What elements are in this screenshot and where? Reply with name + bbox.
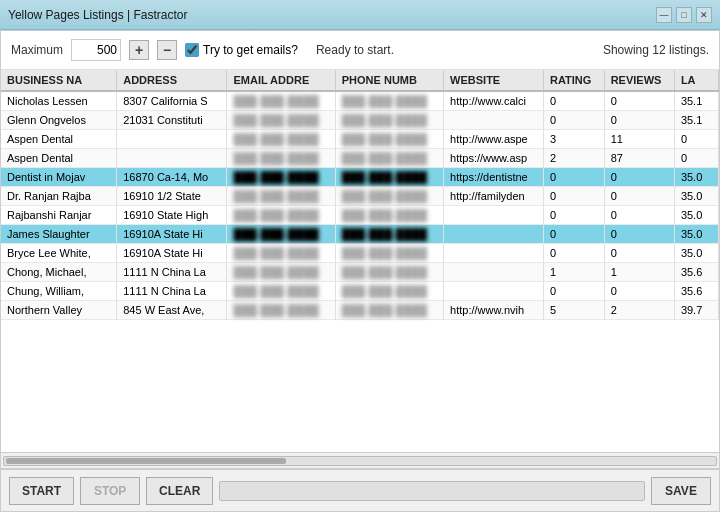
- table-row[interactable]: Aspen Dental███-███-███████-███-████http…: [1, 149, 719, 168]
- table-cell: ███-███-████: [335, 225, 443, 244]
- col-header-reviews: REVIEWS: [604, 70, 674, 91]
- scrollbar-thumb: [6, 458, 286, 464]
- table-cell: ███-███-████: [227, 130, 335, 149]
- start-button[interactable]: START: [9, 477, 74, 505]
- table-cell: 0: [604, 187, 674, 206]
- table-row[interactable]: Chong, Michael,1111 N China La███-███-██…: [1, 263, 719, 282]
- table-cell: ███-███-████: [335, 168, 443, 187]
- table-header-row: BUSINESS NA ADDRESS EMAIL ADDRE PHONE NU…: [1, 70, 719, 91]
- table-cell: 39.7: [674, 301, 718, 320]
- table-row[interactable]: Dr. Ranjan Rajba16910 1/2 State███-███-█…: [1, 187, 719, 206]
- table-cell: Aspen Dental: [1, 130, 117, 149]
- table-cell: 1: [544, 263, 605, 282]
- email-checkbox[interactable]: [185, 43, 199, 57]
- table-cell: 0: [544, 168, 605, 187]
- col-header-address: ADDRESS: [117, 70, 227, 91]
- table-cell: 2: [604, 301, 674, 320]
- table-cell: 2: [544, 149, 605, 168]
- email-checkbox-area: Try to get emails?: [185, 43, 298, 57]
- table-cell: ███-███-████: [227, 263, 335, 282]
- table-cell: Northern Valley: [1, 301, 117, 320]
- table-cell: 0: [604, 225, 674, 244]
- table-cell: 35.6: [674, 263, 718, 282]
- table-cell: 845 W East Ave,: [117, 301, 227, 320]
- table-cell: 35.1: [674, 111, 718, 130]
- clear-button[interactable]: CLEAR: [146, 477, 213, 505]
- table-cell: 0: [604, 111, 674, 130]
- showing-text: Showing 12 listings.: [603, 43, 709, 57]
- table-cell: http://www.nvih: [444, 301, 544, 320]
- table-cell: 0: [604, 206, 674, 225]
- table-cell: Bryce Lee White,: [1, 244, 117, 263]
- table-cell: 1111 N China La: [117, 263, 227, 282]
- table-cell: ███-███-████: [227, 301, 335, 320]
- table-row[interactable]: Bryce Lee White,16910A State Hi███-███-█…: [1, 244, 719, 263]
- toolbar: Maximum + − Try to get emails? Ready to …: [1, 31, 719, 70]
- status-text: Ready to start.: [316, 43, 394, 57]
- table-cell: https://dentistne: [444, 168, 544, 187]
- table-cell: 0: [544, 282, 605, 301]
- table-cell: ███-███-████: [227, 244, 335, 263]
- table-cell: 0: [604, 91, 674, 111]
- save-button[interactable]: SAVE: [651, 477, 711, 505]
- table-cell: ███-███-████: [227, 168, 335, 187]
- table-row[interactable]: Aspen Dental███-███-███████-███-████http…: [1, 130, 719, 149]
- table-cell: 0: [544, 225, 605, 244]
- table-cell: http://familyden: [444, 187, 544, 206]
- table-row[interactable]: Dentist in Mojav16870 Ca-14, Mo███-███-█…: [1, 168, 719, 187]
- table-cell: 0: [544, 206, 605, 225]
- table-cell: http://www.aspe: [444, 130, 544, 149]
- table-row[interactable]: James Slaughter16910A State Hi███-███-██…: [1, 225, 719, 244]
- window-title: Yellow Pages Listings | Fastractor: [8, 8, 187, 22]
- close-button[interactable]: ✕: [696, 7, 712, 23]
- table-cell: 0: [604, 244, 674, 263]
- col-header-business: BUSINESS NA: [1, 70, 117, 91]
- table-cell: Chong, Michael,: [1, 263, 117, 282]
- plus-button[interactable]: +: [129, 40, 149, 60]
- stop-button[interactable]: STOP: [80, 477, 140, 505]
- table-cell: ███-███-████: [335, 206, 443, 225]
- max-input[interactable]: [71, 39, 121, 61]
- table-cell: James Slaughter: [1, 225, 117, 244]
- table-cell: Dentist in Mojav: [1, 168, 117, 187]
- table-row[interactable]: Rajbanshi Ranjar16910 State High███-███-…: [1, 206, 719, 225]
- minus-button[interactable]: −: [157, 40, 177, 60]
- col-header-la: LA: [674, 70, 718, 91]
- table-cell: 1: [604, 263, 674, 282]
- minimize-button[interactable]: —: [656, 7, 672, 23]
- table-cell: 16870 Ca-14, Mo: [117, 168, 227, 187]
- table-row[interactable]: Glenn Ongvelos21031 Constituti███-███-██…: [1, 111, 719, 130]
- table-cell: ███-███-████: [335, 91, 443, 111]
- table-cell: Glenn Ongvelos: [1, 111, 117, 130]
- table-cell: 0: [544, 111, 605, 130]
- table-cell: ███-███-████: [227, 206, 335, 225]
- table-row[interactable]: Nicholas Lessen8307 California S███-███-…: [1, 91, 719, 111]
- maximize-button[interactable]: □: [676, 7, 692, 23]
- table-cell: [444, 111, 544, 130]
- table-cell: 11: [604, 130, 674, 149]
- table-cell: [444, 206, 544, 225]
- table-cell: 16910A State Hi: [117, 244, 227, 263]
- table-cell: 0: [544, 187, 605, 206]
- table-row[interactable]: Chung, William,1111 N China La███-███-██…: [1, 282, 719, 301]
- progress-bar-container: [219, 481, 645, 501]
- table-cell: Nicholas Lessen: [1, 91, 117, 111]
- table-cell: [444, 225, 544, 244]
- horizontal-scrollbar[interactable]: [3, 456, 717, 466]
- col-header-phone: PHONE NUMB: [335, 70, 443, 91]
- table-cell: 8307 California S: [117, 91, 227, 111]
- table-cell: http://www.calci: [444, 91, 544, 111]
- table-row[interactable]: Northern Valley845 W East Ave,███-███-██…: [1, 301, 719, 320]
- col-header-website: WEBSITE: [444, 70, 544, 91]
- table-cell: 16910 State High: [117, 206, 227, 225]
- table-cell: 35.0: [674, 206, 718, 225]
- bottom-bar: START STOP CLEAR SAVE: [1, 469, 719, 511]
- table-cell: 1111 N China La: [117, 282, 227, 301]
- table-cell: ███-███-████: [227, 111, 335, 130]
- table-container: BUSINESS NA ADDRESS EMAIL ADDRE PHONE NU…: [1, 70, 719, 453]
- table-cell: https://www.asp: [444, 149, 544, 168]
- table-cell: 0: [604, 168, 674, 187]
- listings-table: BUSINESS NA ADDRESS EMAIL ADDRE PHONE NU…: [1, 70, 719, 320]
- horizontal-scrollbar-area[interactable]: [1, 453, 719, 469]
- table-cell: 0: [674, 149, 718, 168]
